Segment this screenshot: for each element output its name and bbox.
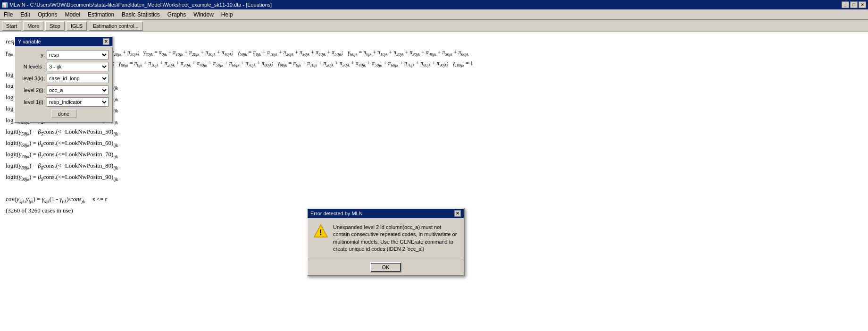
eq-logit-gamma60: logit(γ60jk) = β6cons.(<=LookNwPositn_60… (6, 138, 862, 149)
title-bar-left: 📊 MLwiN - C:\Users\WOW\Documents\stata-f… (2, 2, 272, 8)
toolbar: Start More Stop IGLS Estimation control.… (0, 20, 868, 32)
level3-row: level 3(k): case_id_long (19, 74, 108, 83)
error-dialog-body: ! Unexpanded level 2 id column(occ_a) mu… (308, 218, 464, 259)
eq-gamma70: + π40jk + π50jk + π60jk + π70jk; γ80jk =… (6, 59, 862, 69)
menu-basic-statistics[interactable]: Basic Statistics (118, 9, 164, 19)
stop-button[interactable]: Stop (45, 21, 65, 31)
close-button[interactable]: ✕ (859, 1, 866, 8)
more-button[interactable]: More (23, 21, 43, 31)
eq-logit-gamma20: logit(γ20jk) = β3cons.(<=LookNwPositn_20… (6, 93, 862, 103)
equations-area: resp ~ Ordered Multinomial(consjk, πijk)… (0, 32, 868, 221)
menu-help[interactable]: Help (217, 9, 237, 19)
error-message: Unexpanded level 2 id column(occ_a) must… (333, 224, 458, 253)
level3-select[interactable]: case_id_long (47, 74, 108, 83)
menu-bar: File Edit Options Model Estimation Basic… (0, 9, 868, 20)
menu-model[interactable]: Model (61, 9, 84, 19)
menu-edit[interactable]: Edit (17, 9, 34, 19)
eq-logit-gamma70: logit(γ70jk) = β7cons.(<=LookNwPositn_70… (6, 150, 862, 160)
svg-text:!: ! (319, 229, 322, 237)
menu-window[interactable]: Window (190, 9, 217, 19)
eq-logit-gamma80: logit(γ80jk) = β8cons.(<=LookNwPositn_80… (6, 161, 862, 171)
app-icon: 📊 (2, 2, 8, 8)
level2-label: level 2(j): (19, 87, 45, 93)
level2-select[interactable]: occ_a (47, 85, 108, 95)
eq-header: resp ~ Ordered Multinomial(consjk, πijk) (6, 37, 862, 47)
title-bar-controls: _ □ ✕ (842, 1, 866, 8)
nlevels-row: N levels : 3 - ijk (19, 62, 108, 71)
eq-logit-gamma30: logit(γ30jk) = β3cons.(<=LookNwPositn_30… (6, 104, 862, 114)
y-variable-dialog-title: Y variable (18, 39, 41, 44)
title-bar: 📊 MLwiN - C:\Users\WOW\Documents\stata-f… (0, 0, 868, 9)
done-row: done (19, 110, 108, 118)
y-variable-dialog-title-bar: Y variable ✕ (15, 37, 112, 46)
menu-options[interactable]: Options (34, 9, 61, 19)
eq-logit-gamma90: logit(γ90jk) = β9cons.(<=LookNwPositn_90… (6, 172, 862, 183)
level3-label: level 3(k): (19, 76, 45, 81)
y-variable-dialog-body: y: resp N levels : 3 - ijk level 3(k): c… (15, 46, 112, 122)
nlevels-label: N levels : (19, 64, 45, 69)
error-dialog-title: Error detected by MLN (310, 211, 363, 216)
ok-button[interactable]: OK (370, 262, 402, 272)
error-dialog: Error detected by MLN ✕ ! Unexpanded lev… (307, 208, 465, 276)
menu-file[interactable]: File (0, 9, 17, 19)
menu-graphs[interactable]: Graphs (164, 9, 190, 19)
warning-icon: ! (313, 224, 328, 239)
level1-select[interactable]: resp_indicator (47, 97, 108, 107)
y-variable-dialog-close[interactable]: ✕ (103, 38, 109, 45)
eq-gamma0: γ0jk = π0jk + π10jk + π20jk; γ30jk = π0j… (6, 48, 862, 58)
eq-logit-gamma10: logit(γ10jk) = β2cons.(<=LookNwPositn_10… (6, 81, 862, 92)
error-dialog-title-bar: Error detected by MLN ✕ (308, 209, 464, 218)
start-button[interactable]: Start (2, 21, 21, 31)
error-dialog-close[interactable]: ✕ (454, 210, 461, 217)
main-content: resp ~ Ordered Multinomial(consjk, πijk)… (0, 32, 868, 331)
eq-logit-gamma0: logit(γ0jk) = β1cons.(<=LookNwPositn_0)i… (6, 70, 862, 80)
eq-cov: cov(ysjk,ytjk) = γs|k(1 - γt|k)/consjk s… (6, 195, 862, 205)
y-select[interactable]: resp (47, 50, 108, 59)
y-row: y: resp (19, 50, 108, 59)
level1-label: level 1(i): (19, 99, 45, 105)
nlevels-select[interactable]: 3 - ijk (47, 62, 108, 71)
minimize-button[interactable]: _ (842, 1, 849, 8)
title-text: MLwiN - C:\Users\WOW\Documents\stata-fil… (9, 2, 272, 8)
eq-logit-gamma50: logit(γ50jk) = β5cons.(<=LookNwPositn_50… (6, 127, 862, 137)
error-dialog-footer: OK (308, 259, 464, 275)
level2-row: level 2(j): occ_a (19, 85, 108, 95)
level1-row: level 1(i): resp_indicator (19, 97, 108, 107)
eq-logit-gamma40: logit(γ40jk) = β4cons.(<=LookNwPositn_40… (6, 116, 862, 126)
igls-button[interactable]: IGLS (67, 21, 87, 31)
y-label: y: (19, 52, 45, 58)
menu-estimation[interactable]: Estimation (84, 9, 118, 19)
estimation-control-button[interactable]: Estimation control... (89, 21, 143, 31)
y-variable-dialog: Y variable ✕ y: resp N levels : 3 - ijk … (14, 36, 113, 123)
done-button[interactable]: done (51, 110, 76, 118)
maximize-button[interactable]: □ (850, 1, 858, 8)
